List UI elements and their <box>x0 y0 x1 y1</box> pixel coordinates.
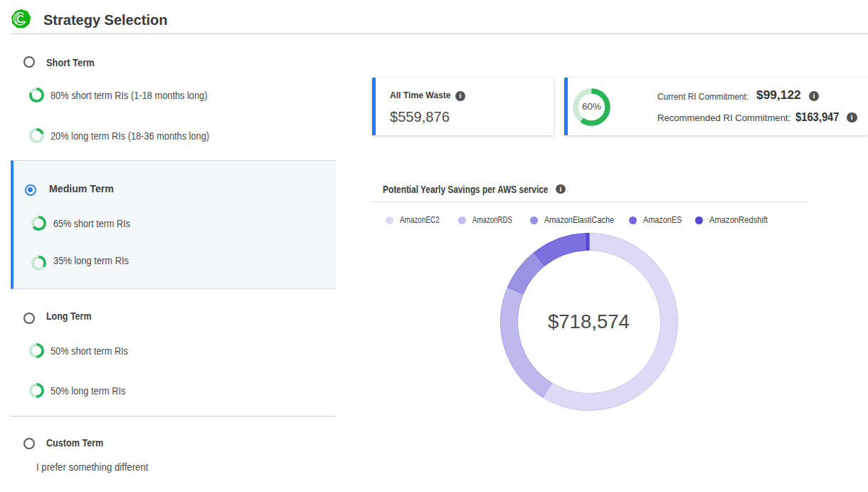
svg-text:60%: 60% <box>582 101 601 112</box>
